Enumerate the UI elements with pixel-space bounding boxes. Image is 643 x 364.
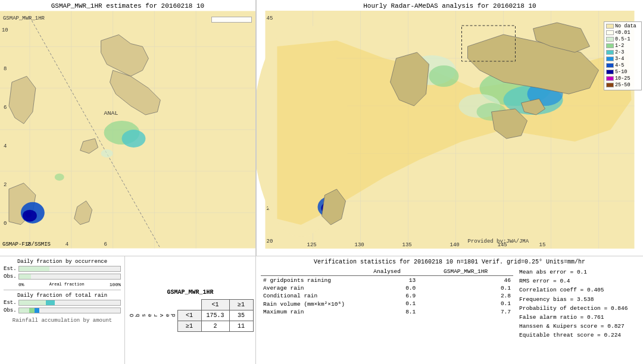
est1-label: Est. [4, 266, 18, 272]
legend-color-nodata [606, 24, 614, 29]
svg-point-22 [122, 130, 146, 148]
right-map-area: 45 40 35 30 25 20 125 130 135 140 145 15 [257, 11, 643, 249]
legend-2: 2-3 [606, 49, 639, 55]
stat-0: Mean abs error = 0.1 [519, 268, 638, 277]
svg-text:6: 6 [4, 105, 7, 111]
legend-3: 3-4 [606, 56, 639, 62]
verif-val1-4: 8.1 [356, 308, 418, 316]
bar-row-obs1: Obs. [4, 274, 121, 280]
verif-row-2: Conditional rain 6.9 2.8 [261, 292, 513, 300]
legend-label-1: 1-2 [615, 43, 624, 49]
cell-lt1-ge1: 35 [229, 310, 253, 321]
svg-point-25 [26, 212, 32, 218]
verif-val1-1: 0.0 [356, 284, 418, 292]
legend-panel [211, 17, 252, 23]
verif-table: Analysed GSMAP_MWR_1HR # gridpoints rain… [261, 268, 513, 316]
svg-point-59 [429, 65, 459, 87]
legend-label-3: 3-4 [615, 56, 624, 62]
obs2-fill-green2 [29, 308, 35, 313]
verif-left-col: Analysed GSMAP_MWR_1HR # gridpoints rain… [261, 268, 513, 340]
cell-ge1-lt1: 2 [201, 321, 229, 331]
bar-axis1: 0% Areal fraction 100% [4, 282, 121, 287]
obs-label-cell: Observed [127, 299, 178, 331]
svg-text:2: 2 [4, 182, 7, 188]
obs1-fill [19, 274, 31, 279]
stat-4: Probability of detection = 0.846 [519, 304, 638, 313]
right-map-title: Hourly Radar-AMeDAS analysis for 2016021… [257, 0, 643, 11]
verif-row-label-1: Average rain [261, 284, 356, 292]
bar-row-obs2: Obs. [4, 307, 121, 313]
svg-text:Provided by:JWA/JMA: Provided by:JWA/JMA [468, 239, 529, 244]
obs2-label: Obs. [4, 307, 18, 313]
right-map-panel: Hourly Radar-AMeDAS analysis for 2016021… [256, 0, 643, 256]
cell-lt1-lt1: 175.3 [201, 310, 229, 321]
bar-row-est2: Est. [4, 300, 121, 306]
stat-5: False alarm ratio = 0.761 [519, 313, 638, 322]
svg-text:125: 125 [307, 242, 317, 248]
stat-7: Equitable threat score = 0.224 [519, 331, 638, 340]
legend-color-4 [606, 63, 614, 68]
verif-right-col: Mean abs error = 0.1 RMS error = 0.4 Cor… [519, 268, 638, 340]
est1-fill [19, 266, 49, 271]
legend-color-5 [606, 70, 614, 74]
svg-point-27 [101, 149, 113, 158]
chart2-title: Daily fraction of total rain [4, 293, 121, 299]
svg-text:4: 4 [65, 241, 68, 247]
verif-columns: Analysed GSMAP_MWR_1HR # gridpoints rain… [261, 268, 638, 340]
svg-text:15: 15 [539, 242, 546, 248]
axis-right: 100% [110, 282, 121, 287]
svg-text:45: 45 [267, 15, 273, 21]
map-legend: No data <0.01 0.5-1 1-2 [604, 21, 642, 90]
svg-text:135: 135 [402, 242, 412, 248]
legend-05: 0.5-1 [606, 36, 639, 42]
verif-val2-4: 7.7 [418, 308, 513, 316]
svg-text:8: 8 [4, 66, 7, 72]
legend-1: 1-2 [606, 43, 639, 49]
legend-label-nodata: No data [615, 23, 636, 29]
est2-bar [18, 300, 121, 306]
contingency-panel: GSMAP_MWR_1HR Observed <1 ≥1 <1 175.3 35… [125, 256, 256, 364]
obs2-fill-green [19, 308, 29, 313]
est1-bar [18, 266, 121, 272]
legend-10: 10-25 [606, 76, 639, 81]
obs1-bar [18, 274, 121, 280]
legend-color-3 [606, 57, 614, 61]
legend-color-05 [606, 37, 614, 42]
svg-text:6: 6 [104, 241, 107, 247]
verif-val1-3: 0.1 [356, 300, 418, 308]
obs2-bar [18, 307, 121, 313]
verif-row-0: # gridpoints raining 13 46 [261, 277, 513, 284]
legend-color-001 [606, 30, 614, 35]
row-header-ge1: ≥1 [177, 321, 201, 331]
verif-row-label-2: Conditional rain [261, 292, 356, 300]
row-header-lt1: <1 [177, 310, 201, 321]
verif-row-1: Average rain 0.0 0.1 [261, 284, 513, 292]
legend-4: 4-5 [606, 62, 639, 68]
verif-row-3: Rain volume (mm×km²×10⁶) 0.1 0.1 [261, 300, 513, 308]
verif-row-label-4: Maximum rain [261, 308, 356, 316]
svg-text:20: 20 [267, 239, 273, 244]
obs1-label: Obs. [4, 274, 18, 280]
est2-fill-multi [19, 300, 55, 305]
verif-col1-header: Analysed [356, 268, 418, 276]
stat-3: Frequency bias = 3.538 [519, 295, 638, 304]
verif-title: Verification statistics for 20160218 10 … [261, 259, 638, 265]
legend-001: <0.01 [606, 30, 639, 36]
legend-label-2: 2-3 [615, 49, 624, 55]
legend-no-data: No data [606, 23, 639, 29]
col-header-ge1: ≥1 [229, 299, 253, 310]
obs2-fill-multi [19, 308, 39, 313]
verif-col2-header: GSMAP_MWR_1HR [418, 268, 513, 276]
bar-row-est1: Est. [4, 266, 121, 272]
verif-val2-0: 46 [418, 277, 513, 284]
est2-label: Est. [4, 300, 18, 306]
svg-text:GSMAP_MWR_1HR: GSMAP_MWR_1HR [3, 15, 45, 21]
svg-text:140: 140 [450, 242, 460, 248]
verif-val2-2: 2.8 [418, 292, 513, 300]
svg-text:10: 10 [2, 27, 8, 33]
legend-label-05: 0.5-1 [615, 36, 630, 42]
verif-row-4: Maximum rain 8.1 7.7 [261, 308, 513, 316]
chart-divider [4, 290, 121, 290]
legend-25: 25-50 [606, 82, 639, 88]
legend-color-1 [606, 43, 614, 48]
